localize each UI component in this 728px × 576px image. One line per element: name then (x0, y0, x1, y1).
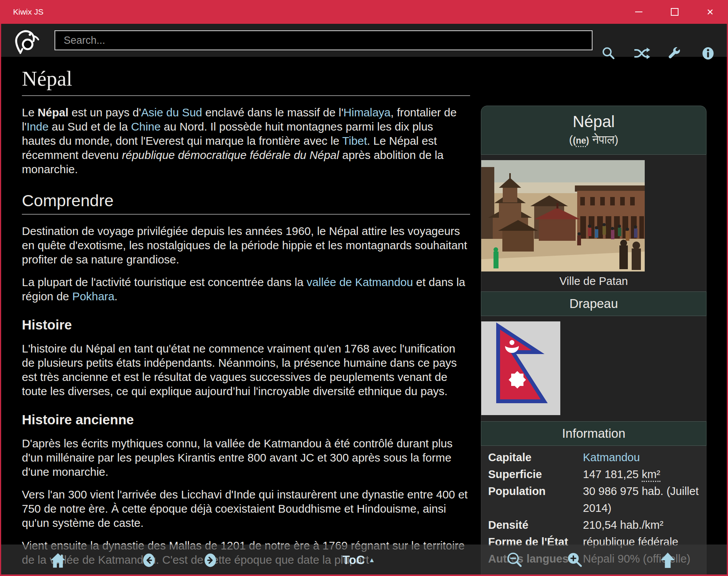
section-heading-histoire: Histoire (22, 318, 470, 332)
paragraph: Vers l'an 300 vient l'arrivée des Liccha… (22, 487, 470, 530)
article-link[interactable]: Asie du Sud (141, 106, 202, 119)
search-icon[interactable] (598, 43, 619, 64)
maximize-icon (671, 8, 678, 16)
paragraph: Destination de voyage privilégiée depuis… (22, 224, 470, 266)
infobox-image-section: Ville de Patan (481, 155, 707, 291)
paragraph: L'histoire du Népal en tant qu'état ne c… (22, 341, 470, 398)
information-section-header: Information (481, 421, 707, 446)
intro-paragraph: Le Népal est un pays d'Asie du Sud encla… (22, 105, 470, 176)
article-link[interactable]: Pokhara (72, 290, 114, 303)
flag-section (481, 316, 707, 421)
bottom-bar: ToC▲ (0, 545, 728, 576)
section-heading-comprendre: Comprendre (22, 192, 470, 215)
patan-photo (481, 160, 645, 271)
table-row: Population 30 986 975 hab. (Juillet 2014… (481, 483, 706, 516)
zoom-in-icon[interactable] (566, 551, 584, 569)
scroll-top-icon[interactable] (660, 552, 675, 569)
flag-section-header: Drapeau (481, 291, 707, 316)
info-icon[interactable] (697, 43, 719, 64)
section-heading-histoire-ancienne: Histoire ancienne (22, 413, 470, 427)
close-icon: × (707, 6, 714, 18)
article-link[interactable]: Chine (131, 120, 160, 133)
search-input[interactable] (54, 30, 593, 50)
window-border-left (0, 24, 1, 576)
toolbar (0, 24, 728, 57)
nepal-flag (481, 321, 560, 415)
toc-label: ToC (343, 553, 365, 567)
info-label: Densité (488, 516, 583, 533)
window-border-bottom (0, 574, 728, 576)
toc-button[interactable]: ToC▲ (343, 553, 375, 567)
article-link[interactable]: Katmandou (583, 451, 640, 463)
zoom-out-icon[interactable] (505, 551, 524, 569)
info-value: Katmandou (583, 449, 699, 466)
infobox: Népal ((ne) नेपाल) (481, 106, 707, 576)
chevron-up-icon: ▲ (369, 556, 375, 564)
table-row: Superficie 147 181,25 km² (481, 466, 706, 483)
window-controls: × (621, 0, 728, 24)
info-label: Population (488, 483, 583, 516)
shuffle-icon[interactable] (631, 43, 652, 64)
paragraph: La plupart de l'activité touristique est… (22, 275, 470, 303)
back-icon[interactable] (141, 551, 157, 569)
info-value: 210,54 hab./km² (583, 516, 699, 533)
maximize-button[interactable] (657, 0, 692, 24)
article-link[interactable]: Himalaya (343, 106, 391, 119)
info-value: 30 986 975 hab. (Juillet 2014) (583, 483, 699, 516)
kiwix-logo-icon (10, 25, 40, 55)
article: Népal Le Népal est un pays d'Asie du Sud… (22, 57, 470, 567)
minimize-button[interactable] (621, 0, 657, 24)
infobox-header: Népal ((ne) नेपाल) (481, 106, 707, 155)
wrench-icon[interactable] (664, 43, 685, 64)
title-bar: Kiwix JS × (0, 0, 728, 24)
article-link[interactable]: Tibet (342, 134, 367, 147)
app-title: Kiwix JS (13, 0, 43, 24)
info-label: Superficie (488, 466, 583, 483)
paragraph: D'après les écrits mythiques connu, la v… (22, 436, 470, 479)
article-link[interactable]: Inde (26, 120, 48, 133)
infobox-native-name: ((ne) नेपाल) (485, 131, 702, 149)
home-icon[interactable] (50, 552, 66, 568)
image-caption: Ville de Patan (481, 271, 706, 291)
infobox-title: Népal (485, 112, 702, 131)
forward-icon[interactable] (203, 551, 218, 569)
info-value: 147 181,25 km² (583, 466, 699, 483)
kiwix-window: { "colors":{"accent":"#d22c45","icon_blu… (0, 0, 728, 576)
table-row: Capitale Katmandou (481, 449, 706, 466)
close-button[interactable]: × (692, 0, 728, 24)
minimize-icon (635, 12, 642, 12)
table-row: Densité 210,54 hab./km² (481, 516, 706, 533)
info-label: Capitale (488, 449, 583, 466)
article-link[interactable]: vallée de Katmandou (307, 276, 413, 288)
page-title: Népal (22, 68, 470, 96)
